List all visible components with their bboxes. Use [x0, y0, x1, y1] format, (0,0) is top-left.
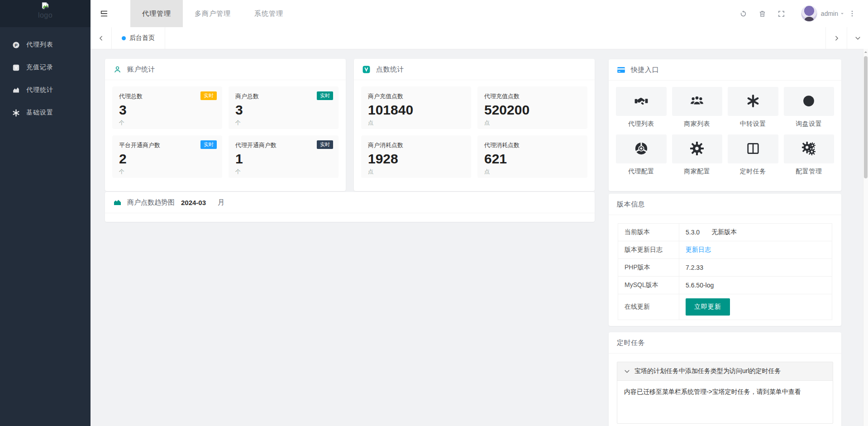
sidebar-item-basic-settings[interactable]: 基础设置 — [0, 101, 91, 124]
quick-entry-header: 快捷入口 — [609, 59, 841, 81]
quick-entry-config-management[interactable]: 配置管理 — [784, 134, 835, 176]
top-nav-tabs: 代理管理 多商户管理 系统管理 — [130, 0, 295, 27]
tab-agent-management[interactable]: 代理管理 — [130, 0, 183, 27]
version-info-panel: 版本信息 当前版本 5.3.0 无新版本 版本更新日志 更新日志 PHP版本 7… — [609, 194, 841, 326]
changelog-link[interactable]: 更新日志 — [686, 246, 711, 254]
realtime-badge: 实时 — [317, 91, 333, 100]
quick-entry-merchant-list[interactable]: 商家列表 — [672, 87, 723, 128]
version-row-php: PHP版本 7.2.33 — [618, 259, 832, 277]
quick-entry-label: 定时任务 — [728, 168, 778, 176]
sidebar-item-label: 充值记录 — [26, 63, 53, 72]
sidebar-fold-icon[interactable] — [91, 0, 118, 27]
quick-entry-label: 中转设置 — [728, 120, 778, 128]
mysql-version-value: 5.6.50-log — [686, 282, 714, 289]
page-scrollbar[interactable] — [863, 49, 868, 426]
stat-value: 1928 — [368, 151, 464, 167]
trend-month-picker[interactable]: 2024-03 — [181, 199, 206, 206]
scrollbar-thumb[interactable] — [864, 56, 868, 178]
php-version-value: 7.2.33 — [686, 264, 703, 271]
quick-entry-merchant-config[interactable]: 商家配置 — [672, 134, 723, 176]
quick-entry-scheduled-tasks[interactable]: 定时任务 — [728, 134, 778, 176]
quick-entry-label: 代理列表 — [616, 120, 667, 128]
stat-card-platform-opened: 平台开通商户数 实时 2 个 — [112, 135, 222, 178]
circle-icon — [802, 94, 816, 109]
header-tools: admin — [734, 0, 868, 27]
area-chart-icon — [113, 198, 122, 207]
tags-menu-icon[interactable] — [847, 27, 868, 49]
trend-chart-header: 商户点数趋势图 2024-03 月 — [105, 192, 595, 213]
version-row-label: PHP版本 — [618, 259, 679, 276]
version-row-label: 版本更新日志 — [618, 241, 679, 258]
stat-label: 商户消耗点数 — [368, 141, 464, 149]
version-row-current: 当前版本 5.3.0 无新版本 — [618, 224, 832, 241]
quick-entry-inquiry-settings[interactable]: 询盘设置 — [784, 87, 835, 128]
stat-value: 101840 — [368, 102, 464, 118]
chrome-icon — [634, 142, 648, 157]
sidebar-item-agent-list[interactable]: P 代理列表 — [0, 34, 91, 56]
account-stats-panel: 账户统计 代理总数 实时 3 个 商户总数 实时 3 个 平台开通商户数 实 — [105, 59, 346, 191]
points-stats-header: 点数统计 — [354, 59, 595, 80]
stat-card-merchant-total: 商户总数 实时 3 个 — [229, 86, 339, 129]
trash-icon[interactable] — [753, 0, 772, 27]
version-row-label: MySQL版本 — [618, 277, 679, 294]
asterisk-icon — [12, 109, 20, 117]
tasks-collapse-header[interactable]: 宝塔的计划任务中添加任务类型为访问url的定时任务 — [617, 362, 833, 381]
stat-unit: 点 — [484, 168, 581, 176]
stat-unit: 个 — [235, 168, 332, 176]
trend-chart-panel: 商户点数趋势图 2024-03 月 — [105, 192, 595, 222]
panel-title: 点数统计 — [376, 65, 404, 74]
user-menu[interactable]: admin — [821, 10, 844, 17]
tasks-collapse-content: 内容已迁移至菜单栏系统管理->宝塔定时任务，请到菜单中查看 — [617, 381, 833, 423]
v-square-icon — [12, 63, 20, 72]
more-options-icon[interactable] — [844, 0, 860, 27]
stat-card-merchant-recharge-points: 商户充值点数 101840 点 — [361, 86, 471, 129]
v-badge-icon — [362, 65, 371, 74]
version-row-update: 在线更新 立即更新 — [618, 294, 832, 320]
refresh-icon[interactable] — [734, 0, 753, 27]
version-row-mysql: MySQL版本 5.6.50-log — [618, 277, 832, 294]
stat-value: 520200 — [484, 102, 581, 118]
stat-card-agent-recharge-points: 代理充值点数 520200 点 — [477, 86, 587, 129]
logo[interactable]: logo — [0, 0, 91, 27]
person-icon — [113, 65, 122, 74]
tab-system-management[interactable]: 系统管理 — [243, 0, 295, 27]
quick-entry-transit-settings[interactable]: 中转设置 — [728, 87, 778, 128]
sidebar-menu: P 代理列表 充值记录 代理统计 基础设置 — [0, 27, 91, 124]
version-table: 当前版本 5.3.0 无新版本 版本更新日志 更新日志 PHP版本 7.2.33… — [618, 223, 832, 320]
svg-text:P: P — [14, 43, 17, 47]
realtime-badge: 实时 — [200, 91, 217, 100]
handshake-icon — [634, 94, 648, 109]
tags-scroll-left-icon[interactable] — [91, 27, 112, 49]
stat-unit: 点 — [484, 119, 581, 127]
tag-home[interactable]: 后台首页 — [112, 27, 165, 49]
points-stats-panel: 点数统计 商户充值点数 101840 点 代理充值点数 520200 点 商户消… — [354, 59, 595, 191]
scheduled-tasks-header: 定时任务 — [609, 332, 841, 354]
stat-value: 2 — [119, 151, 215, 167]
sidebar-item-recharge-records[interactable]: 充值记录 — [0, 56, 91, 79]
logo-alt-text: logo — [0, 11, 91, 19]
quick-entry-label: 询盘设置 — [784, 120, 835, 128]
panel-title: 定时任务 — [617, 339, 645, 347]
tag-bar: 后台首页 — [91, 27, 868, 49]
sidebar-item-agent-stats[interactable]: 代理统计 — [0, 79, 91, 101]
gears-icon — [802, 142, 816, 157]
p-circle-icon: P — [12, 41, 20, 49]
update-now-button[interactable]: 立即更新 — [686, 298, 730, 316]
sidebar-item-label: 代理列表 — [26, 41, 53, 49]
quick-entry-agent-config[interactable]: 代理配置 — [616, 134, 667, 176]
quick-entry-label: 商家列表 — [672, 120, 723, 128]
panel-title: 版本信息 — [617, 200, 645, 209]
version-row-label: 在线更新 — [618, 294, 679, 320]
avatar[interactable] — [801, 5, 817, 22]
tasks-collapse-title: 宝塔的计划任务中添加任务类型为访问url的定时任务 — [634, 367, 781, 375]
scrollbar-up-icon[interactable] — [863, 49, 868, 55]
tag-bar-right — [825, 27, 868, 49]
quick-entry-agent-list[interactable]: 代理列表 — [616, 87, 667, 128]
fullscreen-icon[interactable] — [772, 0, 791, 27]
trend-granularity[interactable]: 月 — [218, 198, 224, 207]
stat-card-agent-consumed-points: 代理消耗点数 621 点 — [477, 135, 587, 178]
tags-scroll-right-icon[interactable] — [825, 27, 847, 49]
quick-entry-label: 代理配置 — [616, 168, 667, 176]
tab-multi-merchant-management[interactable]: 多商户管理 — [183, 0, 243, 27]
stat-value: 1 — [235, 151, 332, 167]
